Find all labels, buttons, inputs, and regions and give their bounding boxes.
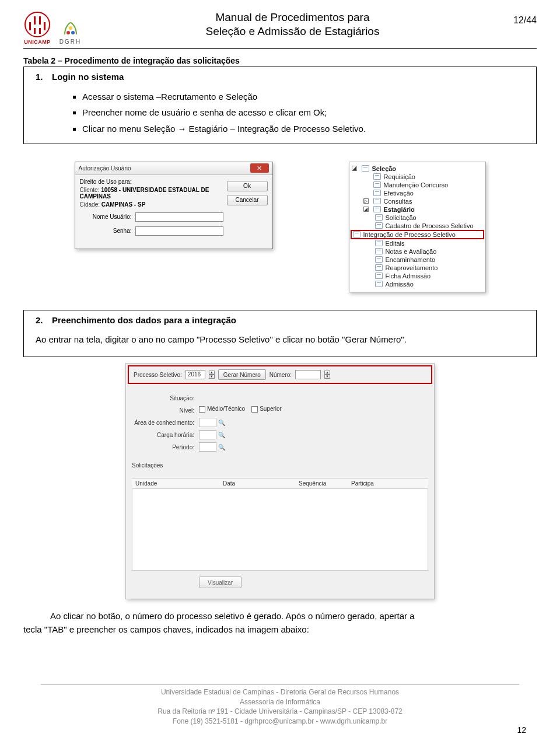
tree-item[interactable]: ▷Consultas: [352, 197, 483, 205]
carga-input[interactable]: [199, 430, 216, 439]
svg-rect-4: [44, 22, 46, 30]
footer-line1: Universidade Estadual de Campinas - Dire…: [0, 687, 560, 697]
step1-bullet: Acessar o sistema –Recrutamento e Seleçã…: [82, 90, 524, 103]
client-label: Cliente:: [80, 187, 100, 193]
city-label: Cidade:: [80, 201, 100, 208]
dgrh-label: DGRH: [60, 39, 81, 45]
page-footer: Universidade Estadual de Campinas - Dire…: [0, 684, 560, 726]
step1-bullet: Preencher nome de usuário e senha de ace…: [82, 106, 524, 119]
tree-item[interactable]: Reaproveitamento: [352, 264, 483, 272]
numero-label: Número:: [270, 372, 292, 378]
svg-rect-3: [29, 22, 31, 30]
col-unidade: Unidade: [132, 478, 219, 488]
search-icon[interactable]: 🔍: [218, 431, 226, 439]
folder-icon: [375, 273, 383, 279]
cancel-button[interactable]: Cancelar: [227, 195, 268, 205]
expand-icon[interactable]: ▷: [363, 198, 369, 204]
svg-point-7: [66, 31, 70, 34]
superior-checkbox[interactable]: [251, 406, 258, 413]
dialog-titlebar: Autorização Usuário ✕: [75, 162, 272, 175]
tree-item[interactable]: Manutenção Concurso: [352, 181, 483, 189]
search-icon[interactable]: 🔍: [218, 418, 226, 427]
gerar-numero-button[interactable]: Gerar Número: [218, 369, 266, 380]
col-sequencia: Sequência: [295, 478, 348, 488]
folder-icon: [375, 240, 383, 246]
footer-pagenum: 12: [517, 725, 526, 735]
area-label: Área de conhecimento:: [132, 420, 199, 426]
tree-item[interactable]: Solicitação: [352, 214, 483, 222]
folder-icon: [375, 214, 383, 221]
tree-item[interactable]: Cadastro de Processo Seletivo: [352, 222, 483, 230]
folder-icon: [375, 256, 383, 263]
tree-item[interactable]: Efetivação: [352, 189, 483, 197]
folder-icon: [373, 181, 381, 188]
tree-item[interactable]: Requisição: [352, 173, 483, 181]
tree-item[interactable]: Notas e Avaliação: [352, 247, 483, 256]
step2-num: 2.: [36, 315, 52, 325]
unicamp-label: UNICAMP: [23, 39, 51, 45]
step2-intro: Ao entrar na tela, digitar o ano no camp…: [36, 333, 524, 347]
form-screenshot: Processo Seletivo: 2016 ▲▼ Gerar Número …: [125, 363, 435, 599]
close-icon[interactable]: ✕: [250, 163, 269, 173]
periodo-label: Período:: [132, 444, 199, 450]
title-line1: Manual de Procedimentos para: [83, 11, 502, 25]
col-data: Data: [219, 478, 295, 488]
title-line2: Seleção e Admissão de Estagiários: [83, 25, 502, 39]
svg-point-9: [69, 26, 72, 30]
footer-line4: Fone (19) 3521-5181 - dgrhproc@unicamp.b…: [0, 717, 560, 726]
closing-paragraph: Ao clicar no botão, o número do processo…: [23, 610, 537, 636]
form-top-highlight: Processo Seletivo: 2016 ▲▼ Gerar Número …: [128, 365, 432, 384]
folder-icon: [353, 231, 360, 237]
client-value: 10058 - UNIVERSIDADE ESTADUAL DE CAMPINA…: [80, 187, 209, 200]
situacao-value: [199, 393, 428, 403]
superior-label: Superior: [260, 406, 282, 412]
area-input[interactable]: [199, 418, 216, 427]
proc-seletivo-label: Processo Seletivo:: [134, 372, 182, 378]
ok-button[interactable]: Ok: [227, 181, 268, 191]
numero-spinner[interactable]: ▲▼: [324, 371, 330, 379]
table-headers: Unidade Data Sequência Participa: [132, 478, 428, 489]
rights-line: Direito de Uso para:: [80, 179, 223, 185]
tree-item[interactable]: Editais: [352, 239, 483, 247]
folder-icon: [362, 165, 369, 172]
logo-unicamp: UNICAMP: [23, 11, 51, 45]
tree-root[interactable]: ◢Seleção: [352, 165, 483, 173]
tree-item-highlighted[interactable]: Integração de Processo Seletivo: [351, 230, 484, 239]
folder-icon: [375, 281, 383, 287]
folder-icon: [375, 248, 383, 254]
periodo-input[interactable]: [199, 442, 216, 452]
tree-item[interactable]: Ficha Admissão: [352, 272, 483, 280]
folder-icon: [373, 206, 381, 212]
carga-label: Carga horária:: [132, 432, 199, 438]
proc-seletivo-input[interactable]: 2016: [186, 370, 205, 379]
footer-line2: Assessoria de Informática: [0, 697, 560, 707]
password-input[interactable]: [135, 226, 223, 236]
tree-item[interactable]: Encaminhamento: [352, 256, 483, 264]
username-input[interactable]: [135, 212, 223, 222]
step1-box: 1.Login no sistema Acessar o sistema –Re…: [23, 67, 537, 144]
search-icon[interactable]: 🔍: [218, 443, 226, 451]
proc-seletivo-spinner[interactable]: ▲▼: [209, 371, 215, 379]
username-label: Nome Usuário:: [80, 214, 135, 220]
step2-box: 2.Preenchimento dos dados para a integra…: [23, 310, 537, 358]
visualizar-button[interactable]: Visualizar: [199, 577, 242, 588]
dialog-title: Autorização Usuário: [79, 165, 131, 172]
logo-dgrh: DGRH: [57, 17, 83, 45]
numero-input[interactable]: [295, 370, 321, 379]
tree-item[interactable]: Admissão: [352, 280, 483, 288]
step2-title: 2.Preenchimento dos dados para a integra…: [36, 315, 524, 325]
svg-point-8: [71, 31, 75, 34]
nav-tree: ◢Seleção Requisição Manutenção Concurso …: [349, 162, 486, 292]
collapse-icon[interactable]: ◢: [363, 207, 369, 212]
medio-checkbox[interactable]: [199, 406, 205, 413]
logo-block: UNICAMP DGRH: [23, 11, 83, 45]
password-label: Senha:: [80, 228, 135, 234]
table-body[interactable]: [132, 489, 428, 571]
solicitacoes-label: Solicitações: [132, 462, 178, 469]
collapse-icon[interactable]: ◢: [352, 166, 357, 171]
step1-title: 1.Login no sistema: [36, 72, 524, 82]
footer-line3: Rua da Reitoria nº 191 - Cidade Universi…: [0, 707, 560, 717]
svg-rect-2: [39, 16, 41, 25]
tree-item-estagiario[interactable]: ◢Estagiário: [352, 205, 483, 214]
city-value: CAMPINAS - SP: [102, 201, 146, 208]
